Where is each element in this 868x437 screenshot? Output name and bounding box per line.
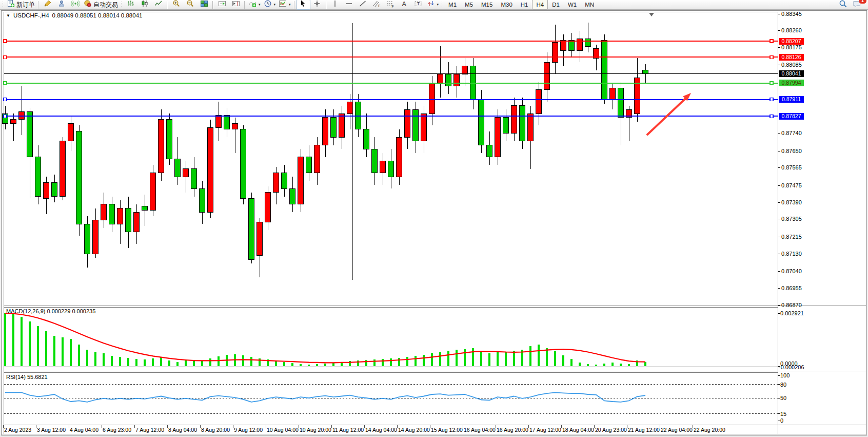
- line-chart-button[interactable]: [151, 0, 165, 10]
- toolbar-separator: [38, 1, 39, 9]
- signal-button[interactable]: [68, 0, 82, 10]
- chart-shift-button[interactable]: [229, 0, 243, 10]
- vertical-line-button[interactable]: [328, 0, 342, 10]
- crosshair-button[interactable]: [310, 0, 324, 10]
- chart-title-ohlc: 0.88049 0.88051 0.88014 0.88041: [52, 12, 143, 18]
- crayon-button[interactable]: [41, 0, 54, 10]
- zoom-in-button[interactable]: [169, 0, 183, 10]
- svg-text:T: T: [417, 1, 420, 6]
- crayon-icon: [44, 0, 52, 10]
- bar-chart-icon: [127, 0, 135, 10]
- search-button[interactable]: [836, 0, 850, 10]
- macd-label: MACD(12,26,9) 0.000229 0.000235: [6, 308, 95, 314]
- tile-windows-button[interactable]: [197, 0, 211, 10]
- text-icon: A: [400, 0, 408, 10]
- rsi-label: RSI(14) 55.6821: [6, 374, 48, 380]
- clock-icon: [264, 0, 272, 10]
- auto-scroll-button[interactable]: [215, 0, 229, 10]
- horizontal-line-button[interactable]: [342, 0, 356, 10]
- mt4-application: 新订单 自动交易 ▾ ▾ ▾ E F A T ▾: [0, 0, 868, 437]
- dropdown-caret-icon: ▾: [289, 3, 291, 7]
- tile-windows-icon: [200, 0, 208, 10]
- zoom-out-button[interactable]: [183, 0, 197, 10]
- template-icon: [279, 0, 287, 10]
- dropdown-caret-icon: ▾: [274, 3, 276, 7]
- auto-scroll-icon: [218, 0, 226, 10]
- zoom-out-icon: [186, 0, 194, 10]
- svg-text:A: A: [402, 1, 407, 8]
- toolbar-grip: [2, 2, 4, 8]
- channel-icon: E: [372, 0, 381, 10]
- bar-chart-button[interactable]: [124, 0, 137, 10]
- crosshair-icon: [313, 0, 321, 10]
- fibonacci-icon: F: [386, 0, 394, 10]
- equidistant-channel-button[interactable]: E: [370, 0, 384, 10]
- text-button[interactable]: A: [398, 0, 411, 10]
- svg-text:F: F: [392, 5, 394, 8]
- toolbar-separator: [167, 1, 168, 9]
- chart-title-symbol: USDCHF-,H4: [13, 12, 49, 18]
- dropdown-caret-icon: ▾: [259, 3, 261, 7]
- cursor-button[interactable]: [297, 0, 310, 10]
- new-order-icon: [7, 0, 15, 10]
- autotrade-icon: [84, 0, 92, 10]
- indicators-icon: [248, 0, 257, 10]
- timeframe-m30[interactable]: M30: [497, 0, 516, 10]
- toolbar-separator: [326, 1, 327, 9]
- zoom-in-icon: [172, 0, 181, 10]
- chart-window[interactable]: [1, 10, 867, 435]
- timeframe-h1[interactable]: H1: [517, 0, 532, 10]
- person-icon: [57, 0, 66, 10]
- horizontal-line-icon: [345, 0, 353, 10]
- timeframe-m1[interactable]: M1: [444, 0, 461, 10]
- candlestick-chart-button[interactable]: [137, 0, 151, 10]
- chart-shift-icon: [232, 0, 240, 10]
- toolbar-separator: [212, 1, 213, 9]
- trendline-icon: [359, 0, 367, 10]
- vertical-line-icon: [331, 0, 339, 10]
- templates-button[interactable]: ▾: [277, 0, 292, 10]
- signal-icon: [71, 0, 80, 10]
- chart-title: ▼ USDCHF-,H4 0.88049 0.88051 0.88014 0.8…: [6, 12, 142, 18]
- toolbar-grip: [121, 2, 123, 8]
- dropdown-caret-icon: ▾: [437, 3, 439, 7]
- timeframe-d1[interactable]: D1: [548, 0, 564, 10]
- timeframe-m5[interactable]: M5: [461, 0, 477, 10]
- fibonacci-button[interactable]: F: [384, 0, 398, 10]
- arrows-icon: [427, 0, 435, 10]
- symbol-dropdown-icon[interactable]: ▼: [6, 13, 10, 18]
- arrows-menu-button[interactable]: ▾: [425, 0, 441, 10]
- chat-badge: 1: [859, 0, 866, 4]
- toolbar-separator: [244, 1, 245, 9]
- timeframe-h4[interactable]: H4: [532, 0, 548, 10]
- new-order-label: 新订单: [16, 1, 35, 9]
- indicators-button[interactable]: ▾: [247, 0, 262, 10]
- text-label-icon: T: [414, 0, 422, 10]
- timeframe-w1[interactable]: W1: [564, 0, 581, 10]
- timeframe-mn[interactable]: MN: [581, 0, 598, 10]
- trendline-button[interactable]: [356, 0, 370, 10]
- cursor-icon: [299, 0, 307, 10]
- timeframe-group: M1M5M15M30H1H4D1W1MN: [444, 0, 598, 10]
- search-icon: [839, 0, 847, 10]
- text-label-button[interactable]: T: [411, 0, 425, 10]
- periods-button[interactable]: ▾: [262, 0, 278, 10]
- autotrade-button[interactable]: 自动交易: [82, 0, 120, 10]
- community-button[interactable]: [54, 0, 68, 10]
- new-order-button[interactable]: 新订单: [5, 0, 36, 10]
- timeframe-m15[interactable]: M15: [477, 0, 497, 10]
- line-chart-icon: [154, 0, 163, 10]
- toolbar-grip: [441, 2, 443, 8]
- svg-text:E: E: [378, 4, 381, 8]
- candlestick-chart-icon: [141, 0, 149, 10]
- toolbar: 新订单 自动交易 ▾ ▾ ▾ E F A T ▾: [0, 0, 868, 10]
- chat-button[interactable]: 1: [850, 0, 864, 10]
- toolbar-separator: [294, 1, 295, 9]
- autotrade-label: 自动交易: [93, 1, 118, 9]
